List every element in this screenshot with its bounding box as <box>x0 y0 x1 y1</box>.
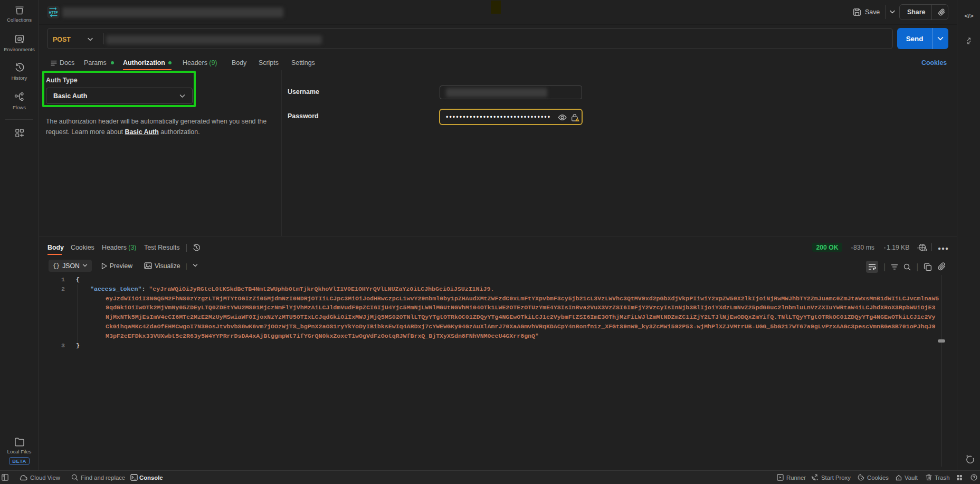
svg-text:HTTP: HTTP <box>49 11 58 14</box>
